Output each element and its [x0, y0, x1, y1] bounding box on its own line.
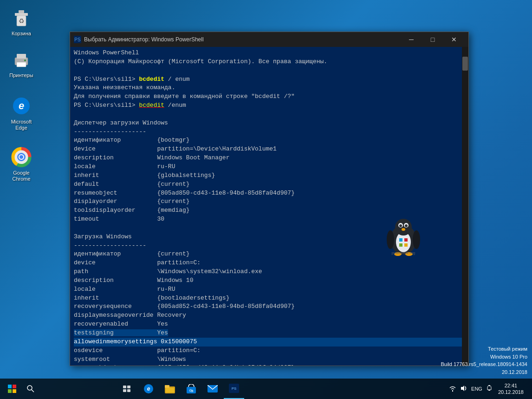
ps-content-area: Windows PowerShell (С) Корпорация Майкро… [70, 47, 468, 366]
ps-titlebar: PS Выбрать Администратор: Windows PowerS… [70, 32, 468, 47]
test-mode-line1: Тестовый режим [441, 345, 527, 353]
system-tray: ENG [449, 385, 493, 393]
svg-rect-38 [123, 386, 126, 388]
clock-date: 20.12.2018 [498, 389, 524, 395]
svg-text:e: e [147, 386, 150, 392]
svg-text:e: e [19, 100, 24, 111]
ps-title-text: Выбрать Администратор: Windows PowerShel… [84, 36, 204, 43]
svg-point-36 [27, 386, 32, 390]
test-mode-line4: 20.12.2018 [441, 368, 527, 376]
desktop-icon-printer[interactable]: Принтеры [5, 46, 38, 80]
desktop-icon-edge[interactable]: e Microsoft Edge [5, 93, 38, 133]
taskbar-edge-button[interactable]: e [138, 379, 159, 399]
maximize-button[interactable]: □ [422, 32, 443, 47]
taskbar-left: e 🛍 [2, 379, 244, 399]
svg-point-7 [24, 59, 26, 61]
svg-rect-34 [8, 389, 12, 393]
edge-icon: e [10, 95, 32, 117]
desktop-icon-chrome[interactable]: Google Chrome [5, 144, 38, 184]
ps-titlebar-left: PS Выбрать Администратор: Windows PowerS… [74, 36, 204, 43]
ps-scroll-thumb[interactable] [462, 57, 468, 71]
language-indicator[interactable]: ENG [471, 386, 482, 392]
svg-rect-53 [488, 390, 490, 391]
close-button[interactable]: ✕ [443, 32, 465, 47]
svg-text:🛍: 🛍 [189, 388, 194, 393]
svg-rect-41 [127, 389, 130, 392]
taskbar-explorer-button[interactable] [160, 379, 180, 399]
svg-rect-32 [8, 385, 12, 388]
svg-rect-46 [166, 388, 174, 392]
chrome-icon [10, 146, 32, 168]
printer-label: Принтеры [9, 72, 33, 78]
taskbar-store-button[interactable]: 🛍 [181, 379, 201, 399]
svg-point-54 [488, 385, 490, 386]
test-mode-line3: Build 17763.rs5_release.180914-1434 [441, 360, 527, 368]
taskbar-right: ENG 22:41 20.12.2018 [449, 382, 530, 396]
svg-rect-45 [165, 385, 169, 388]
recycle-bin-icon: ♻ [10, 7, 32, 29]
ps-window-controls: ─ □ ✕ [401, 32, 465, 47]
svg-rect-40 [123, 389, 126, 392]
clock-time: 22:41 [505, 382, 518, 389]
svg-rect-39 [127, 386, 130, 388]
ps-line-1: Windows PowerShell (С) Корпорация Майкро… [74, 49, 465, 366]
desktop: ♻ Корзина Принтеры e Microsoft Edge [0, 0, 532, 399]
ps-output: Windows PowerShell (С) Корпорация Майкро… [74, 49, 465, 366]
svg-rect-6 [17, 62, 26, 67]
printer-icon [10, 48, 32, 71]
svg-text:♻: ♻ [19, 17, 25, 25]
desktop-icon-recycle[interactable]: ♻ Корзина [5, 5, 38, 39]
svg-rect-2 [19, 10, 24, 13]
svg-text:PS: PS [74, 37, 81, 42]
edge-label: Microsoft Edge [11, 119, 32, 131]
system-clock[interactable]: 22:41 20.12.2018 [495, 382, 526, 396]
minimize-button[interactable]: ─ [401, 32, 422, 47]
task-view-button[interactable] [117, 379, 137, 399]
ps-scrollbar[interactable] [462, 47, 468, 366]
test-mode-watermark: Тестовый режим Windows 10 Pro Build 1776… [441, 345, 527, 376]
svg-text:PS: PS [232, 386, 237, 391]
volume-icon[interactable] [460, 385, 467, 393]
svg-point-13 [19, 155, 23, 159]
recycle-bin-label: Корзина [12, 31, 31, 37]
ps-titlebar-icon: PS [74, 36, 81, 43]
svg-rect-0 [15, 13, 28, 16]
search-button[interactable] [23, 379, 116, 399]
network-icon[interactable] [449, 385, 456, 393]
svg-line-37 [32, 390, 34, 392]
chrome-label: Google Chrome [12, 170, 30, 182]
svg-rect-33 [13, 385, 16, 388]
taskbar-powershell-button[interactable]: PS [224, 379, 244, 399]
taskbar-mail-button[interactable] [202, 379, 223, 399]
test-mode-line2: Windows 10 Pro [441, 353, 527, 361]
powershell-window: PS Выбрать Администратор: Windows PowerS… [70, 32, 469, 366]
taskbar: e 🛍 [0, 379, 532, 399]
svg-marker-52 [461, 386, 464, 391]
notification-icon[interactable] [486, 385, 493, 393]
start-button[interactable] [2, 379, 22, 399]
svg-rect-5 [17, 54, 26, 59]
svg-rect-35 [13, 389, 16, 393]
